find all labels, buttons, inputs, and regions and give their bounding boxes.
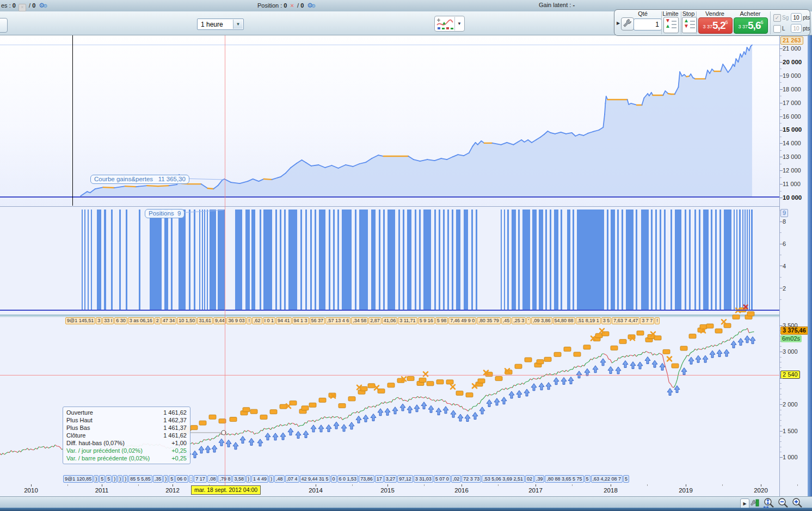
sell-button[interactable]: 3 37 5,2 6 xyxy=(698,17,733,34)
axis-label: 15 000 xyxy=(783,126,802,133)
chart-type-button[interactable]: ▼ xyxy=(434,16,465,32)
axis-tick xyxy=(780,191,782,192)
axis-label: 4 xyxy=(783,263,786,269)
x-axis-minor-tick xyxy=(797,484,798,486)
x-axis-tick xyxy=(31,484,32,487)
axis-tick xyxy=(780,143,783,144)
trade-label: ,53 5,06 3,69 2,51 xyxy=(482,475,525,483)
x-axis-year-label: 2017 xyxy=(528,487,543,494)
positions-legend-label: Positions xyxy=(149,210,174,217)
axis-tick xyxy=(780,56,782,56)
axis-tick xyxy=(780,404,783,405)
axis-label: 13 000 xyxy=(783,153,801,160)
axis-tick xyxy=(780,266,783,266)
trade-label: 6 0 1,53 xyxy=(337,475,359,483)
panel-expander-icon[interactable]: ▶ xyxy=(617,21,620,26)
arrow-up-icon: ▲ xyxy=(665,23,670,29)
axis-tick xyxy=(780,426,782,426)
order-settings-button[interactable] xyxy=(621,17,634,30)
equity-last-value-box: 21 263 xyxy=(780,36,803,45)
ohlc-row-value: 1 461,62 xyxy=(163,409,187,416)
ohlc-row: Plus Haut1 462,37 xyxy=(66,416,187,424)
axis-tick xyxy=(780,210,782,211)
ohlc-row-value: 1 461,62 xyxy=(163,432,187,439)
x-axis-tick xyxy=(686,484,686,487)
sg-points-input[interactable] xyxy=(791,13,802,22)
x-axis-minor-tick xyxy=(352,484,353,486)
positions-chart-panel[interactable] xyxy=(0,206,779,315)
equity-legend-box[interactable]: Courbe gains&pertes 11 365,30 xyxy=(90,175,189,184)
axis-tick xyxy=(780,447,782,447)
limit-order-button[interactable]: ▼ ▲ xyxy=(663,17,679,33)
sell-label: Vendre xyxy=(698,10,731,17)
arrow-down-icon: ▼ xyxy=(684,23,689,29)
position-separator: / xyxy=(297,2,299,9)
ohlc-row-label: Diff. haut-bas (0,07%) xyxy=(66,439,125,447)
axis-tick xyxy=(780,69,782,69)
buy-button[interactable]: 3 37 5,6 6 xyxy=(734,17,768,34)
axis-tick xyxy=(780,389,782,389)
position-settings-gear-icon[interactable]: ⚙⚙ xyxy=(307,2,316,9)
axis-label: 3 000 xyxy=(783,348,798,355)
x-axis-tick xyxy=(102,484,102,487)
trade-label: 9@1 145,51 xyxy=(65,317,95,324)
chart-type-icon xyxy=(435,17,454,30)
trade-label: 3 xyxy=(96,317,102,324)
trade-label: 7,63 7 4,47 xyxy=(612,317,639,324)
ohlc-row-label: Clôture xyxy=(66,432,85,439)
trade-label: ) xyxy=(112,475,117,483)
qty-input[interactable] xyxy=(633,19,662,30)
axis-label: 2 000 xyxy=(783,401,798,408)
chart-type-chevron-icon[interactable]: ▼ xyxy=(454,17,464,30)
axis-tick xyxy=(780,62,783,63)
ohlc-row: Ouverture1 461,62 xyxy=(66,409,187,416)
x-axis-tick xyxy=(462,484,462,487)
axis-tick xyxy=(780,357,782,358)
x-axis-minor-tick xyxy=(67,484,68,486)
orders-separator: / xyxy=(29,2,30,9)
trade-label: ) xyxy=(123,475,128,483)
buy-price-prefix: 3 37 xyxy=(739,24,748,29)
crosshair-hline xyxy=(0,375,779,375)
toolbar: 1 heure ▼ ▼ ▶ Qté Limite xyxy=(0,11,812,35)
x-axis[interactable]: 2010201120122014201520162017201820192020 xyxy=(0,484,779,496)
axis-label: 10 000 xyxy=(783,194,802,201)
equity-legend-label: Courbe gains&pertes xyxy=(94,176,153,182)
chevron-down-icon[interactable]: ▼ xyxy=(233,20,243,29)
axis-tick xyxy=(780,170,783,171)
trade-label: ) xyxy=(163,475,168,483)
trade-label: ) xyxy=(246,475,251,483)
orders-settings-gear-icon[interactable]: ⚙⚙ xyxy=(39,2,47,9)
bottom-bar: ▶ xyxy=(0,496,812,511)
timeframe-select[interactable]: 1 heure ▼ xyxy=(197,19,244,30)
axis-tick xyxy=(780,325,783,326)
axis-tick xyxy=(780,150,782,151)
trade-label: ,08 xyxy=(207,475,218,483)
trade-label: ,07 4 xyxy=(285,475,299,483)
axis-tick xyxy=(780,457,783,458)
window-bottom-edge xyxy=(0,508,812,511)
l-points-input[interactable] xyxy=(791,24,802,33)
axis-tick xyxy=(780,130,783,131)
axis-tick xyxy=(780,164,782,164)
orders-close-icon[interactable]: × xyxy=(19,4,26,11)
sg-checkbox[interactable]: ✓ xyxy=(773,14,781,22)
buy-price-decimal: 6 xyxy=(760,20,763,25)
ohlc-row-value: +0,25 xyxy=(171,454,187,462)
left-partial-button[interactable] xyxy=(0,18,8,33)
position-close-icon[interactable]: × xyxy=(291,2,294,9)
axis-tick xyxy=(780,82,782,83)
l-checkbox[interactable] xyxy=(773,25,781,33)
stop-order-button[interactable]: ▲ ▼ xyxy=(682,17,697,33)
right-axis[interactable]: 21 263 9 3 375,46 6m02s 2 540 21 00020 0… xyxy=(779,35,808,496)
trade-label: 94 41 xyxy=(276,317,292,324)
ohlc-row-value: 1 462,37 xyxy=(163,416,187,424)
positions-legend-box[interactable]: Positions 9 xyxy=(145,209,184,218)
trade-label: ,62 xyxy=(252,317,262,324)
trade-label: 47 34 xyxy=(161,317,177,324)
trade-label: ,63 4,22 08 7 xyxy=(591,475,623,483)
ohlc-row: Var. / barre précédente (0,02%)+0,25 xyxy=(66,454,187,462)
axis-tick xyxy=(780,109,782,110)
latent-gain-status: Gain latent : - xyxy=(539,2,575,8)
trade-label: 0 xyxy=(331,475,337,483)
